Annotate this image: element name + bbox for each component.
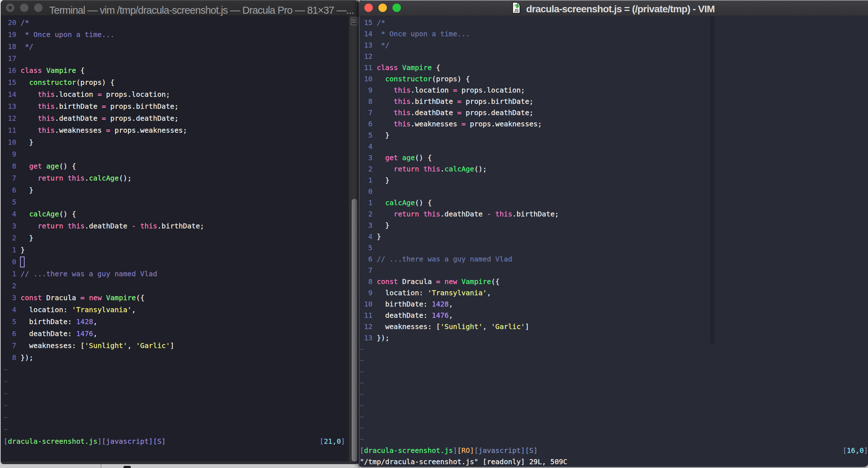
svg-text:JS: JS [514,9,519,13]
